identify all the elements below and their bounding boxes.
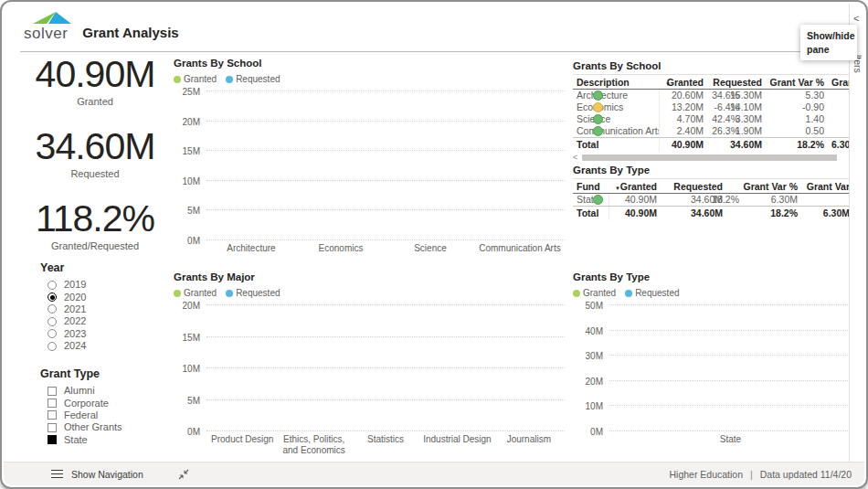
col-grant-var[interactable]: Grant Var xyxy=(801,179,853,194)
table-header-row: Fund Granted▼ Requested Grant Var % Gran… xyxy=(573,178,853,194)
legend-requested[interactable]: Requested xyxy=(226,74,280,85)
year-option-2022[interactable]: 2022 xyxy=(48,315,86,327)
y-axis-tick: 5M xyxy=(187,206,200,216)
checkbox-icon xyxy=(48,423,57,432)
grants-by-major-chart: Grants By Major GrantedRequested 0M5M10M… xyxy=(174,271,565,456)
year-option-2021[interactable]: 2021 xyxy=(48,303,86,315)
col-requested[interactable]: Requested xyxy=(661,179,726,194)
scroll-left-icon[interactable]: < xyxy=(573,154,580,162)
category-label: Science xyxy=(386,243,475,254)
table-row-communication-arts[interactable]: Communication Arts2.40M1.90M26.3%0.50 xyxy=(573,125,853,137)
category-label: Economics xyxy=(296,243,386,254)
y-axis-tick: 0M xyxy=(187,427,200,437)
radio-icon xyxy=(48,281,57,290)
year-option-2023[interactable]: 2023 xyxy=(48,328,86,340)
y-axis-tick: 0M xyxy=(187,236,200,246)
show-hide-pane-button[interactable]: < xyxy=(853,13,859,24)
y-axis-tick: 40M xyxy=(586,326,603,336)
grant-type-option-alumni[interactable]: Alumni xyxy=(48,385,122,397)
grant-type-filter-title: Grant Type xyxy=(40,367,100,380)
y-axis-tick: 30M xyxy=(586,351,603,361)
y-axis-tick: 15M xyxy=(183,333,200,343)
col-granted[interactable]: Granted▼ xyxy=(660,75,707,90)
category-label: State xyxy=(609,434,852,445)
col-requested[interactable]: Requested xyxy=(707,75,766,90)
col-grant-var-pct[interactable]: Grant Var % xyxy=(766,75,828,90)
collapse-button[interactable] xyxy=(178,469,189,480)
category-label: Architecture xyxy=(206,243,296,254)
checkbox-icon xyxy=(48,399,57,408)
y-axis-tick: 10M xyxy=(183,176,200,186)
y-axis-tick: 5M xyxy=(187,396,200,406)
option-label: Other Grants xyxy=(64,422,122,432)
legend-requested[interactable]: Requested xyxy=(625,288,679,299)
grants-by-school-chart: Grants By School GrantedRequested 0M5M10… xyxy=(174,57,565,254)
table-row-science[interactable]: Science4.70M3.30M42.4%1.40 xyxy=(573,113,853,125)
footer-updated: Data updated 11/4/20 xyxy=(760,469,852,480)
table-row-state[interactable]: State40.90M34.60M18.2%6.30M xyxy=(573,194,853,206)
radio-icon xyxy=(48,292,57,302)
kpi-requested-value: 34.60M xyxy=(18,127,172,166)
kpi-requested: 34.60M Requested xyxy=(18,127,172,179)
checkbox-icon xyxy=(48,387,57,396)
show-navigation-button[interactable]: Show Navigation xyxy=(51,469,143,480)
solver-logo: solver xyxy=(24,11,68,41)
checkbox-icon xyxy=(48,435,57,444)
radio-icon xyxy=(48,317,57,326)
option-label: 2021 xyxy=(64,304,86,314)
header: solver Grant Analysis xyxy=(24,11,179,41)
year-option-2019[interactable]: 2019 xyxy=(48,279,86,291)
option-label: 2024 xyxy=(64,341,86,351)
year-filter-title: Year xyxy=(40,261,64,274)
y-axis-tick: 25M xyxy=(183,87,200,97)
kpi-granted-value: 40.90M xyxy=(18,55,172,94)
category-label: Product Design xyxy=(206,434,278,456)
kpi-granted-requested-label: Granted/Requested xyxy=(18,240,172,251)
legend-granted[interactable]: Granted xyxy=(174,74,217,85)
year-filter-options: 201920202021202220232024 xyxy=(48,279,86,352)
table-row-economics[interactable]: Economics13.20M14.10M-6.4%-0.90 xyxy=(573,101,853,113)
kpi-granted-label: Granted xyxy=(18,96,172,107)
footer-separator: | xyxy=(750,469,753,480)
legend-requested[interactable]: Requested xyxy=(226,288,280,299)
table-horizontal-scrollbar[interactable]: < > xyxy=(573,154,853,162)
legend-dot-icon xyxy=(174,76,181,83)
grant-type-option-corporate[interactable]: Corporate xyxy=(48,397,122,409)
legend-granted[interactable]: Granted xyxy=(573,288,616,299)
sort-desc-icon: ▼ xyxy=(665,77,671,90)
radio-icon xyxy=(48,342,57,351)
col-grant-var-pct[interactable]: Grant Var % xyxy=(726,179,801,194)
legend-granted[interactable]: Granted xyxy=(174,288,217,299)
year-option-2020[interactable]: 2020 xyxy=(48,291,86,303)
chart-legend: GrantedRequested xyxy=(174,287,565,298)
sort-desc-icon: ▼ xyxy=(615,181,620,194)
col-description[interactable]: Description xyxy=(573,75,660,90)
y-axis-tick: 10M xyxy=(586,401,603,411)
table-title: Grants By Type xyxy=(573,165,853,175)
chart-title: Grants By Major xyxy=(174,271,565,283)
chart-plot: 0M5M10M15M20M xyxy=(206,305,565,431)
legend-dot-icon xyxy=(226,290,233,297)
checkbox-icon xyxy=(48,410,57,420)
category-label: Journalism xyxy=(493,434,565,456)
grant-type-option-state[interactable]: State xyxy=(48,434,122,446)
legend-dot-icon xyxy=(625,290,632,297)
col-granted[interactable]: Granted▼ xyxy=(609,179,661,194)
page-title: Grant Analysis xyxy=(82,26,178,41)
col-fund[interactable]: Fund xyxy=(573,179,609,194)
grant-type-option-other-grants[interactable]: Other Grants xyxy=(48,421,122,433)
option-label: Corporate xyxy=(64,399,109,409)
show-navigation-label: Show Navigation xyxy=(71,469,143,480)
option-label: 2020 xyxy=(64,292,86,303)
status-bar: Show Navigation Higher Education | Data … xyxy=(4,462,864,485)
kpi-requested-label: Requested xyxy=(18,168,172,179)
chart-title: Grants By Type xyxy=(573,271,852,283)
year-option-2024[interactable]: 2024 xyxy=(48,340,86,352)
chart-title: Grants By School xyxy=(174,57,565,69)
table-row-architecture[interactable]: Architecture20.60M15.30M34.6%5.30 xyxy=(573,90,853,101)
scrollbar-thumb[interactable] xyxy=(582,154,837,161)
show-hide-pane-tooltip: Show/hide pane xyxy=(800,25,857,60)
option-label: 2022 xyxy=(64,316,86,326)
grant-type-option-federal[interactable]: Federal xyxy=(48,409,122,421)
report-frame: solver Grant Analysis 40.90M Granted 34.… xyxy=(0,0,868,489)
